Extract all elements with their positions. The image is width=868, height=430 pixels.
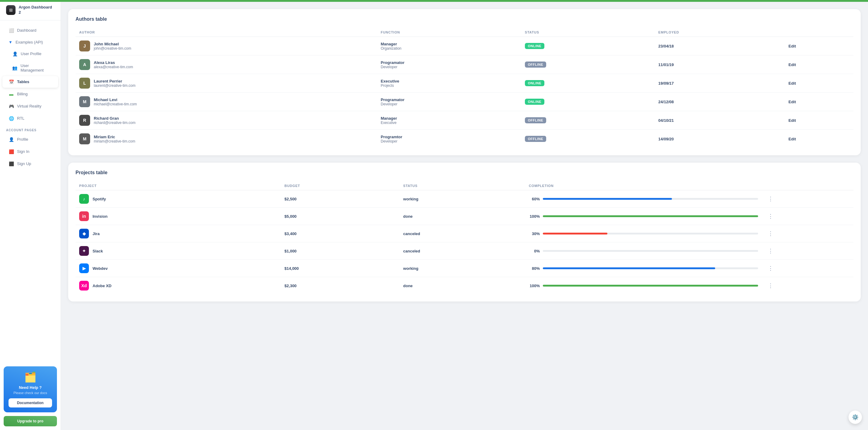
sidebar-item-sign-in[interactable]: 🟥 Sign In	[2, 146, 58, 157]
col-employed: EMPLOYED	[655, 28, 784, 37]
budget-value: $5,000	[284, 214, 297, 219]
progress-bar-fill	[543, 285, 758, 286]
project-name: Webdev	[93, 266, 108, 271]
sidebar-item-tables[interactable]: 📅 Tables	[2, 76, 58, 88]
col-budget: BUDGET	[281, 182, 399, 190]
sidebar-item-virtual-reality[interactable]: 🎮 Virtual Reality	[2, 100, 58, 112]
more-cell: ⋮	[762, 277, 854, 295]
employed-date: 04/10/21	[658, 118, 674, 123]
edit-link[interactable]: Edit	[788, 44, 796, 49]
status-cell: OFFLINE	[521, 130, 655, 148]
project-cell: Xd Adobe XD	[75, 277, 281, 295]
project-logo: ▶	[79, 264, 89, 273]
more-button[interactable]: ⋮	[766, 194, 776, 204]
author-cell: L Laurent Perrier laurent@creative-tim.c…	[75, 74, 377, 93]
edit-link[interactable]: Edit	[788, 137, 796, 141]
author-info: Laurent Perrier laurent@creative-tim.com	[94, 79, 135, 88]
status-cell: ONLINE	[521, 74, 655, 93]
sidebar-item-user-management[interactable]: 👥 User Management	[6, 60, 58, 75]
table-row: M Michael Levi michael@creative-tim.com …	[75, 93, 854, 111]
sidebar-item-sign-up[interactable]: ⬛ Sign Up	[2, 158, 58, 170]
status-badge: ONLINE	[525, 80, 545, 86]
examples-icon: ▼	[8, 40, 12, 44]
status-badge: ONLINE	[525, 99, 545, 105]
sidebar-item-rtl[interactable]: 🌐 RTL	[2, 113, 58, 124]
col-more	[762, 182, 854, 190]
account-section-label: ACCOUNT PAGES	[0, 125, 61, 133]
sidebar-item-user-profile[interactable]: 👤 User Profile	[6, 48, 58, 60]
project-logo: Xd	[79, 281, 89, 290]
completion-cell: 60%	[525, 190, 762, 208]
action-cell: Edit	[785, 111, 854, 130]
more-button[interactable]: ⋮	[766, 246, 776, 255]
more-button[interactable]: ⋮	[766, 281, 776, 290]
tables-icon: 📅	[8, 79, 14, 85]
progress-bar-background	[543, 285, 758, 286]
status-cell: canceled	[399, 242, 525, 260]
author-info: John Michael john@creative-tim.com	[94, 42, 131, 51]
table-row: L Laurent Perrier laurent@creative-tim.c…	[75, 74, 854, 93]
completion-cell: 100%	[525, 208, 762, 225]
status-cell: working	[399, 260, 525, 277]
progress-bar-background	[543, 215, 758, 217]
sidebar-item-label: Billing	[17, 92, 28, 96]
status-cell: done	[399, 208, 525, 225]
edit-link[interactable]: Edit	[788, 81, 796, 86]
employed-cell: 04/10/21	[655, 111, 784, 130]
progress-bar-background	[543, 267, 758, 269]
brand: ⊞ Argon Dashboard 2	[0, 0, 61, 21]
function-title: Programtor	[381, 134, 518, 139]
header-row: PROJECT BUDGET STATUS COMPLETION	[75, 182, 854, 190]
edit-link[interactable]: Edit	[788, 62, 796, 67]
documentation-button[interactable]: Documentation	[8, 398, 52, 407]
authors-table-header: AUTHOR FUNCTION STATUS EMPLOYED	[75, 28, 854, 37]
more-button[interactable]: ⋮	[766, 229, 776, 238]
author-cell: J John Michael john@creative-tim.com	[75, 37, 377, 55]
authors-table-card: Authors table AUTHOR FUNCTION STATUS EMP…	[68, 9, 861, 155]
status-text: done	[403, 283, 412, 288]
progress-bar-background	[543, 198, 758, 200]
completion-cell: 30%	[525, 225, 762, 242]
sidebar-item-examples-api[interactable]: ▼ Examples (API)	[2, 37, 58, 48]
sidebar-item-billing[interactable]: ▬ Billing	[2, 88, 58, 100]
profile-icon: 👤	[8, 137, 14, 142]
author-name: Alexa Liras	[94, 60, 133, 65]
author-name: Richard Gran	[94, 116, 135, 121]
help-illustration: 🗂️	[8, 371, 52, 383]
more-button[interactable]: ⋮	[766, 212, 776, 221]
author-cell: M Michael Levi michael@creative-tim.com	[75, 93, 377, 111]
progress-bar-fill	[543, 267, 715, 269]
status-text: working	[403, 266, 418, 271]
col-completion: COMPLETION	[525, 182, 762, 190]
status-cell: done	[399, 277, 525, 295]
completion-cell: 100%	[525, 277, 762, 295]
edit-link[interactable]: Edit	[788, 100, 796, 104]
author-name: Miriam Eric	[94, 134, 135, 139]
budget-value: $3,400	[284, 232, 297, 236]
col-function: FUNCTION	[377, 28, 521, 37]
sidebar-item-label: Sign Up	[17, 161, 31, 166]
projects-table-header: PROJECT BUDGET STATUS COMPLETION	[75, 182, 854, 190]
more-cell: ⋮	[762, 190, 854, 208]
employed-cell: 11/01/19	[655, 55, 784, 74]
settings-button[interactable]: ⚙️	[848, 410, 862, 424]
author-cell: M Miriam Eric miriam@creative-tim.com	[75, 130, 377, 148]
sidebar-item-profile[interactable]: 👤 Profile	[2, 134, 58, 145]
author-name: John Michael	[94, 42, 131, 46]
sidebar: ⊞ Argon Dashboard 2 ⬜ Dashboard ▼ Exampl…	[0, 0, 61, 430]
project-logo: ◆	[79, 229, 89, 239]
completion-percent: 60%	[529, 197, 540, 201]
col-author: AUTHOR	[75, 28, 377, 37]
col-status: STATUS	[399, 182, 525, 190]
author-info: Alexa Liras alexa@creative-tim.com	[94, 60, 133, 69]
completion-percent: 100%	[529, 214, 540, 219]
author-email: laurent@creative-tim.com	[94, 84, 135, 88]
upgrade-button[interactable]: Upgrade to pro	[4, 416, 57, 426]
more-cell: ⋮	[762, 208, 854, 225]
more-button[interactable]: ⋮	[766, 264, 776, 273]
budget-cell: $5,000	[281, 208, 399, 225]
sidebar-item-dashboard[interactable]: ⬜ Dashboard	[2, 25, 58, 36]
author-info: Michael Levi michael@creative-tim.com	[94, 97, 137, 106]
edit-link[interactable]: Edit	[788, 118, 796, 123]
sidebar-nav: ⬜ Dashboard ▼ Examples (API) 👤 User Prof…	[0, 21, 61, 363]
